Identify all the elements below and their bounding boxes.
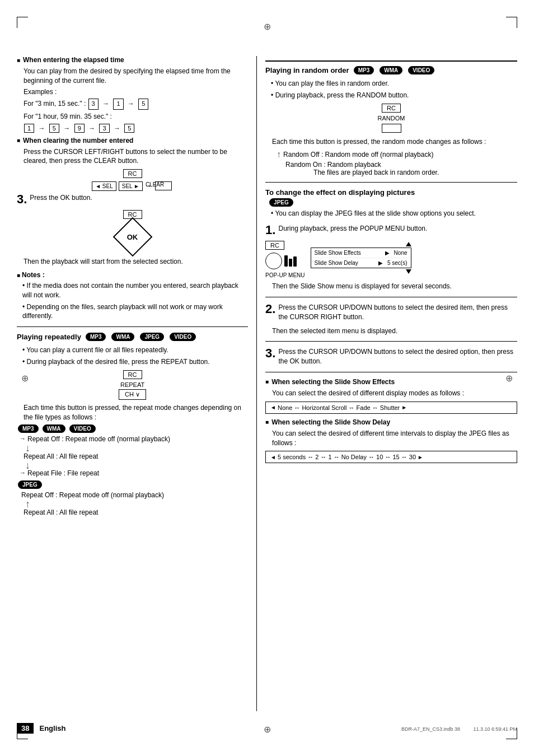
badge-mp3-repeat: MP3 — [86, 333, 106, 341]
slide-effects-arrow-left: ◄ — [270, 404, 276, 410]
divider-right-4 — [265, 372, 517, 372]
note-item-2: Depending on the files, search playback … — [17, 302, 248, 321]
page-footer: 38 English BDR-A7_EN_CS3.indb 38 11.3.10… — [17, 723, 517, 734]
random-bullet-2: During playback, press the RANDOM button… — [265, 91, 517, 100]
effect-step1-text: During playback, press the POPUP MENU bu… — [278, 224, 427, 234]
remote-circle — [265, 253, 282, 269]
example1-line: For "3 min, 15 sec." : 3 → 1 → 5 — [17, 98, 248, 110]
mp3-wma-video-badge-row: MP3 WMA VIDEO — [17, 424, 248, 433]
num-3: 3 — [88, 99, 99, 109]
e2-a4: → — [114, 124, 120, 132]
clear-label: CLEAR — [146, 181, 164, 188]
effect-step2-num: 2. — [265, 303, 275, 315]
divider-right-2 — [265, 297, 517, 297]
page-content: When entering the elapsed time You can p… — [17, 56, 517, 711]
page-number: 38 — [17, 723, 34, 734]
right-column: Playing in random order MP3 WMA VIDEO Yo… — [257, 56, 517, 711]
effect-title-text: To change the effect on displaying pictu… — [265, 188, 415, 197]
random-label: Playing in random order — [265, 66, 349, 74]
random-label-box: RANDOM — [378, 115, 405, 122]
then-text: Then the playback will start from the se… — [17, 257, 248, 267]
repeat-off-text: Repeat Off : Repeat mode off (normal pla… — [27, 435, 170, 443]
repeat-all-text: Repeat All : All file repeat — [24, 452, 248, 460]
rc-box-repeat: RC — [123, 370, 142, 379]
effect-step3-text: Press the CURSOR UP/DOWN buttons to sele… — [278, 347, 517, 366]
triangle-down-shape — [406, 269, 411, 274]
ok-label: OK — [127, 233, 138, 241]
effect-step1: 1. During playback, press the POPUP MENU… — [265, 224, 517, 236]
file-info: BDR-A7_EN_CS3.indb 38 — [401, 726, 460, 732]
slide-delay-arrow-right: ► — [418, 454, 423, 460]
triangle-up-icon — [406, 241, 411, 246]
ok-diagram: RC OK — [17, 210, 248, 254]
e2-9: 9 — [74, 124, 85, 133]
random-bullet-1: You can play the files in random order. — [265, 79, 517, 88]
e2-5: 5 — [49, 124, 59, 133]
e2-1: 1 — [24, 124, 34, 133]
example2-line: 1 → 5 → 9 → 3 → 5 — [24, 123, 248, 133]
badge-video-2: VIDEO — [69, 424, 96, 433]
slide-panel-area: Slide Show Effects ▶ None Slide Show Del… — [311, 241, 411, 275]
repeat-all-jpeg-text: Repeat All : All file repeat — [24, 508, 248, 516]
clearing-diagram: RC ◄ SEL SEL ► → CLEAR — [17, 169, 248, 188]
random-on-line: Random On : Random playback The files ar… — [285, 161, 506, 176]
sel-left-box: ◄ SEL — [92, 181, 116, 191]
step3-text: Press the OK button. — [30, 193, 92, 203]
elapsed-time-section: When entering the elapsed time You can p… — [17, 56, 248, 133]
repeat-cycle-text: Each time this button is pressed, the re… — [17, 403, 248, 422]
elapsed-time-text: You can play from the desired by specify… — [17, 67, 248, 86]
badge-jpeg-2: JPEG — [18, 480, 42, 489]
slide-effects-subsection: When selecting the Slide Show Effects Yo… — [265, 378, 517, 414]
slide-effects-header: When selecting the Slide Show Effects — [265, 378, 517, 386]
random-on-sub: The files are played back in random orde… — [285, 169, 506, 176]
repeat-file-text: Repeat File : File repeat — [27, 469, 99, 477]
step3-num: 3. — [17, 193, 27, 206]
slide-show-panel: Slide Show Effects ▶ None Slide Show Del… — [311, 248, 411, 268]
jpeg-badge-row: JPEG — [17, 480, 248, 489]
examples-label: Examples : — [17, 87, 248, 97]
e2-a1: → — [38, 124, 45, 132]
slide-delay-items: ◄ 5 seconds ↔ 2 ↔ 1 ↔ No Delay ↔ 10 ↔ 15… — [265, 451, 517, 463]
badge-wma-repeat: WMA — [111, 333, 134, 341]
rc-box-random: RC — [382, 104, 401, 113]
badge-mp3-random: MP3 — [354, 66, 374, 74]
language-label: English — [39, 724, 65, 732]
playing-repeatedly-title: Playing repeatedly MP3 WMA JPEG VIDEO — [17, 333, 248, 341]
down-arrow-1: ↓ — [25, 444, 248, 452]
step3-section: 3. Press the OK button. — [17, 193, 248, 206]
bar3 — [293, 256, 297, 267]
notes-header: Notes : — [17, 271, 248, 279]
bar2 — [289, 259, 292, 267]
effect-step2: 2. Press the CURSOR UP/DOWN buttons to s… — [265, 303, 517, 322]
slide-effects-values: None ↔ Horizontal Scroll ↔ Fade ↔ Shutte… — [278, 404, 400, 411]
num-1: 1 — [113, 99, 123, 109]
slide-delay-text: You can select the desired of different … — [265, 429, 517, 448]
badge-jpeg-effect: JPEG — [269, 198, 293, 207]
clearing-header: When clearing the number entered — [17, 137, 248, 144]
popup-text: Then the Slide Show menu is displayed fo… — [265, 282, 517, 291]
effect-step2-text: Press the CURSOR UP/DOWN buttons to sele… — [278, 303, 517, 322]
footer-right: BDR-A7_EN_CS3.indb 38 11.3.10 6:59:41 PM — [401, 725, 517, 732]
slide-show-none-val: None — [394, 250, 407, 256]
random-off-line: ↑ Random Off : Random mode off (normal p… — [277, 150, 506, 160]
effect-section: To change the effect on displaying pictu… — [265, 188, 517, 463]
remote-bars — [284, 255, 297, 267]
ch-v-box: CH ∨ — [119, 389, 146, 400]
footer-left: 38 English — [17, 723, 65, 734]
playing-repeatedly-label: Playing repeatedly — [17, 333, 81, 341]
popup-rc-area: RC POP-UP MENU — [265, 241, 305, 278]
num-5: 5 — [138, 99, 148, 109]
badge-video-repeat: VIDEO — [170, 333, 196, 341]
slide-delay-arrow-left: ◄ — [270, 454, 276, 460]
notes-section: Notes : If the media does not contain th… — [17, 271, 248, 321]
note-item-1: If the media does not contain the number… — [17, 281, 248, 300]
arrow2: → — [128, 99, 134, 109]
slide-show-delay-row: Slide Show Delay ▶ 5 sec(s) — [311, 258, 411, 268]
e2-3: 3 — [99, 124, 109, 133]
repeat-label: REPEAT — [120, 381, 144, 388]
bar1 — [284, 255, 288, 267]
effect-title: To change the effect on displaying pictu… — [265, 188, 517, 197]
sel-right-box: SEL ► — [119, 181, 143, 191]
rc-box-clear: RC — [123, 169, 142, 178]
corner-mark-tl — [17, 17, 28, 28]
